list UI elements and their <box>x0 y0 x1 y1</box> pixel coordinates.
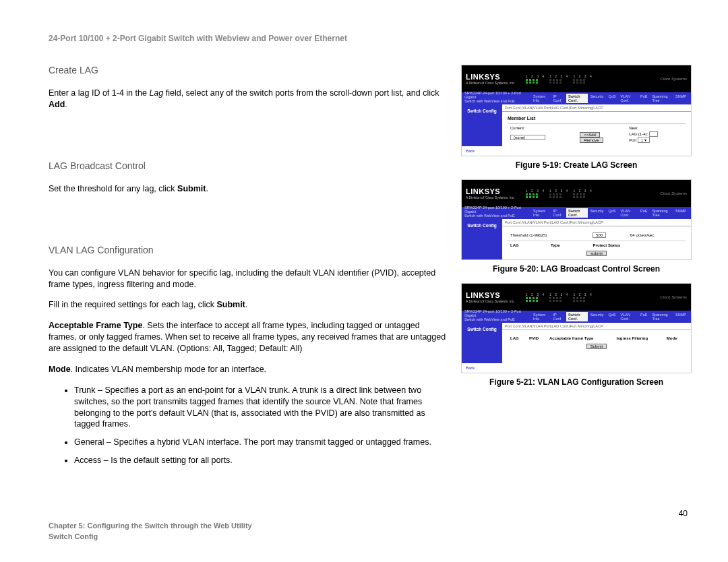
side-label: Switch Config <box>462 104 502 146</box>
tab[interactable]: System Info <box>531 94 550 103</box>
figure-19-screenshot: LINKSYS A Division of Cisco Systems, Inc… <box>461 65 692 156</box>
text: SRW224P 24-port 10/100 + 2-Port Gigabit <box>464 91 521 99</box>
text: SRW224P 24-port 10/100 + 2-Port Gigabit <box>464 206 521 214</box>
tab[interactable]: Security <box>588 208 606 218</box>
tab[interactable]: SNMP <box>673 312 688 321</box>
text-bold: Submit <box>216 300 245 309</box>
tab[interactable]: Spanning Tree <box>650 208 673 218</box>
tab-active[interactable]: Switch Conf. <box>566 94 588 103</box>
side-label: Switch Config <box>462 323 502 363</box>
logo-subtitle: A Division of Cisco Systems, Inc. <box>466 299 515 303</box>
document-title: 24-Port 10/100 + 2-Port Gigabit Switch w… <box>49 34 696 43</box>
logo: LINKSYS <box>466 187 515 195</box>
figure-21-screenshot: LINKSYS A Division of Cisco Systems, Inc… <box>461 283 692 373</box>
thresh-input[interactable]: 500 <box>593 232 606 238</box>
heading-create-lag: Create LAG <box>49 65 446 75</box>
tab[interactable]: Spanning Tree <box>650 312 673 321</box>
tab[interactable]: Security <box>588 312 606 321</box>
tab[interactable]: VLAN Conf. <box>619 312 638 321</box>
panel-title: Member List <box>508 116 686 121</box>
text: . <box>206 184 208 193</box>
port-select[interactable]: 1 ▾ <box>638 137 650 143</box>
col-header: Current: <box>508 125 577 131</box>
col-header: PVID <box>529 336 539 340</box>
subtab-row[interactable]: Port Conf.|VLAN|VLAN Port|LAG Conf.|Port… <box>502 323 691 330</box>
figure-20-caption: Figure 5-20: LAG Broadcast Control Scree… <box>461 264 692 274</box>
figure-21-caption: Figure 5-21: VLAN LAG Configuration Scre… <box>461 377 692 387</box>
tab[interactable]: IP Conf. <box>551 94 566 103</box>
back-link[interactable]: Back <box>462 363 691 373</box>
submit-button[interactable]: Submit <box>586 344 607 349</box>
text: Fill in the required settings for each l… <box>49 300 216 309</box>
vlan-p4: Mode. Indicates VLAN membership mode for… <box>49 364 446 375</box>
tab[interactable]: VLAN Conf. <box>619 94 638 103</box>
list-item: General – Specifies a hybrid VLAN interf… <box>74 437 446 448</box>
text-bold: Acceptable Frame Type <box>49 321 142 330</box>
list-item: Access – Is the default setting for all … <box>74 455 446 466</box>
text-bold: Add <box>49 100 65 109</box>
footer: Chapter 5: Configuring the Switch throug… <box>49 521 252 542</box>
text: . <box>65 100 67 109</box>
tab[interactable]: PoE <box>638 208 649 218</box>
text: . Indicates VLAN membership mode for an … <box>71 365 266 374</box>
text: Switch with WebView and PoE <box>464 317 515 321</box>
tab[interactable]: SNMP <box>673 94 688 103</box>
add-button[interactable]: <<Add <box>580 132 600 137</box>
text: Switch with WebView and PoE <box>464 99 515 103</box>
figures-column: LINKSYS A Division of Cisco Systems, Inc… <box>461 65 692 478</box>
tab[interactable]: PoE <box>638 94 649 103</box>
logo: LINKSYS <box>466 73 515 81</box>
tab[interactable]: Spanning Tree <box>650 94 673 103</box>
col-header: LAG <box>510 336 519 340</box>
subtab-row[interactable]: Port Conf.|VLAN|VLAN Port|LAG Conf.|Port… <box>502 104 691 112</box>
tab[interactable]: QoS <box>607 94 618 103</box>
tab[interactable]: VLAN Conf. <box>619 208 638 218</box>
broadcast-desc: Set the threshold for any lag, click Sub… <box>49 183 446 195</box>
heading-vlan: VLAN LAG Configuration <box>49 245 446 255</box>
lag-input[interactable] <box>649 131 658 137</box>
cisco-label: Cisco Systems <box>660 295 687 299</box>
create-lag-desc: Enter a lag ID of 1-4 in the Lag field, … <box>49 88 446 111</box>
logo-subtitle: A Division of Cisco Systems, Inc. <box>466 195 515 199</box>
tab[interactable]: IP Conf. <box>551 312 566 321</box>
tab[interactable]: System Info <box>531 312 550 321</box>
vlan-mode-list: Trunk – Specifies a port as an end-point… <box>49 385 446 466</box>
logo: LINKSYS <box>466 291 515 299</box>
col-header: Protect Status <box>593 243 621 247</box>
tab[interactable]: System Info <box>531 208 550 218</box>
tab[interactable]: IP Conf. <box>551 208 566 218</box>
content-column: Create LAG Enter a lag ID of 1-4 in the … <box>49 65 446 478</box>
cisco-label: Cisco Systems <box>660 191 687 195</box>
tab-active[interactable]: Switch Conf. <box>566 208 588 218</box>
text: Switch with WebView and PoE <box>464 214 515 218</box>
heading-broadcast: LAG Broadcast Control <box>49 160 446 171</box>
subtab-row[interactable]: Port Conf.|VLAN|VLAN Port|LAG Conf.|Port… <box>502 219 691 226</box>
col-header: Type <box>551 243 560 247</box>
tab[interactable]: QoS <box>607 312 618 321</box>
vlan-p3: Acceptable Frame Type. Sets the interfac… <box>49 320 446 354</box>
cisco-label: Cisco Systems <box>660 77 687 81</box>
lag-label: LAG (1-4): <box>629 132 648 136</box>
text: . <box>245 300 247 309</box>
text: Set the threshold for any lag, click <box>49 184 177 193</box>
col-header: New: <box>626 125 686 131</box>
submit-button[interactable]: submit <box>586 251 607 256</box>
list-item: Trunk – Specifies a port as an end-point… <box>74 385 446 431</box>
tab[interactable]: QoS <box>607 208 618 218</box>
footer-line-1: Chapter 5: Configuring the Switch throug… <box>49 522 252 530</box>
tab[interactable]: Security <box>588 94 606 103</box>
col-header: Ingress Filtering <box>617 336 648 340</box>
current-list[interactable]: (none) <box>510 135 545 140</box>
text: SRW224P 24-port 10/100 + 2-Port Gigabit <box>464 309 521 317</box>
text-bold: Submit <box>177 184 206 193</box>
figure-20-screenshot: LINKSYS A Division of Cisco Systems, Inc… <box>461 179 692 260</box>
port-label: Port <box>629 138 636 142</box>
tab-active[interactable]: Switch Conf. <box>566 312 588 321</box>
remove-button[interactable]: Remove <box>580 137 603 143</box>
tab[interactable]: PoE <box>638 312 649 321</box>
text-bold: Mode <box>49 365 71 374</box>
thresh-label: Threshold (1-99625) <box>508 232 590 239</box>
tab[interactable]: SNMP <box>673 208 688 218</box>
text: Enter a lag ID of 1-4 in the <box>49 88 149 98</box>
back-link[interactable]: Back <box>462 146 691 156</box>
